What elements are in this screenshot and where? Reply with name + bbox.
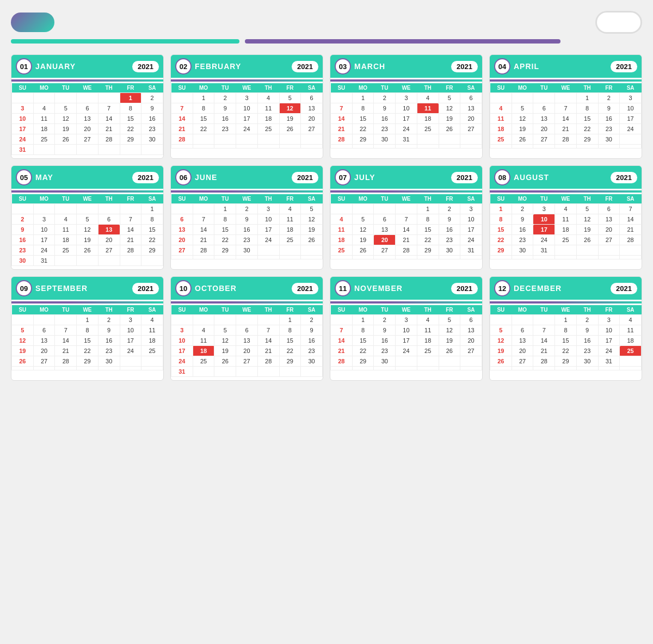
calendar-row: 12 (12, 93, 163, 103)
month-name: JANUARY (35, 62, 129, 71)
calendar-cell (598, 367, 620, 370)
calendar-cell: 25 (279, 235, 301, 245)
month-calendar-03: 03MARCH2021SUMOTUWETHFRSA123456789101112… (330, 54, 483, 159)
calendar-cell: 11 (417, 325, 439, 336)
calendar-cell: 7 (620, 204, 642, 214)
calendar-row (331, 145, 482, 148)
calendar-cell: 27 (598, 235, 620, 245)
calendar-cell (98, 204, 120, 214)
calendar-row: 24252627282930 (12, 134, 163, 145)
day-header: FR (279, 305, 301, 315)
calendar-cell: 10 (236, 103, 258, 114)
calendar-row: 45678910 (490, 103, 642, 114)
calendar-cell: 6 (236, 325, 258, 336)
calendar-row: 1234 (12, 315, 163, 325)
calendar-row: 567891011 (12, 325, 163, 336)
calendar-cell: 20 (171, 235, 193, 245)
calendar-cell: 13 (460, 103, 482, 114)
calendar-cell: 12 (439, 103, 460, 114)
calendar-cell: 30 (576, 356, 598, 367)
calendar-cell: 30 (374, 134, 396, 145)
day-header: FR (439, 83, 460, 93)
calendar-cell: 9 (512, 214, 533, 225)
calendar-cell (439, 356, 460, 367)
month-year: 2021 (611, 283, 637, 294)
day-header: FR (439, 305, 460, 315)
calendar-cell: 19 (352, 235, 374, 245)
day-header: WE (77, 194, 98, 204)
calendar-cell: 21 (331, 124, 353, 134)
calendar-cell: 25 (193, 356, 214, 367)
month-name: AUGUST (514, 173, 607, 182)
calendar-cell (598, 145, 620, 148)
day-header: TU (55, 194, 77, 204)
calendar-cell (279, 367, 301, 377)
calendar-cell: 23 (374, 124, 396, 134)
calendar-cell (576, 245, 598, 256)
calendar-cell (555, 245, 577, 256)
month-num: 01 (16, 58, 32, 75)
calendar-cell: 7 (120, 214, 141, 225)
calendar-cell: 9 (374, 103, 396, 114)
calendar-cell: 5 (439, 315, 460, 325)
calendar-row: 262728293031 (490, 356, 642, 367)
calendar-cell: 9 (301, 325, 323, 336)
calendar-cell: 23 (12, 245, 34, 256)
calendar-cell (120, 256, 141, 266)
day-header: SU (331, 305, 353, 315)
calendar-cell: 3 (620, 93, 642, 103)
calendar-cell: 30 (98, 356, 120, 367)
calendar-cell (417, 356, 439, 367)
calendar-cell (331, 315, 353, 325)
calendar-cell (214, 256, 236, 259)
month-calendar-12: 12DECEMBER2021SUMOTUWETHFRSA123456789101… (489, 276, 642, 381)
calendar-cell: 14 (533, 336, 555, 346)
calendar-cell: 9 (214, 103, 236, 114)
calendar-row: 28 (171, 134, 323, 145)
calendar-cell: 23 (576, 346, 598, 356)
day-header: WE (77, 83, 98, 93)
calendar-cell (396, 256, 417, 259)
day-header: SA (301, 194, 323, 204)
calendar-cell (533, 145, 555, 148)
month-year: 2021 (292, 283, 318, 294)
year-badge (595, 11, 642, 34)
title-banner (11, 13, 54, 32)
calendar-cell (141, 356, 163, 367)
calendar-row (490, 256, 642, 259)
calendar-row: 12 (171, 315, 323, 325)
calendar-cell: 17 (171, 346, 193, 356)
calendar-cell: 5 (352, 214, 374, 225)
calendar-cell: 5 (214, 325, 236, 336)
day-header: TU (533, 83, 555, 93)
calendar-cell: 3 (12, 103, 34, 114)
calendar-cell (98, 93, 120, 103)
calendar-row (490, 367, 642, 370)
calendar-cell: 5 (576, 204, 598, 214)
calendar-cell: 2 (236, 204, 258, 214)
month-year: 2021 (132, 283, 159, 294)
calendar-cell: 21 (533, 346, 555, 356)
calendar-cell (533, 367, 555, 370)
calendar-cell: 8 (141, 214, 163, 225)
calendar-cell (257, 245, 279, 256)
calendar-cell: 1 (214, 204, 236, 214)
month-calendar-11: 11NOVEMBER2021SUMOTUWETHFRSA123456789101… (330, 276, 483, 381)
calendar-cell: 28 (620, 235, 642, 245)
month-year: 2021 (611, 61, 637, 72)
calendar-cell: 27 (533, 134, 555, 145)
calendar-cell: 30 (439, 245, 460, 256)
day-header: MO (512, 305, 533, 315)
calendar-cell (12, 93, 34, 103)
day-header: SU (171, 194, 193, 204)
month-num: 05 (16, 169, 32, 185)
calendar-row: 6789101112 (171, 214, 323, 225)
day-header: TH (98, 305, 120, 315)
calendar-cell (12, 315, 34, 325)
calendar-cell: 19 (12, 346, 34, 356)
calendar-cell: 8 (120, 103, 141, 114)
calendar-row (331, 367, 482, 370)
day-header: TU (374, 194, 396, 204)
calendar-cell: 4 (555, 204, 577, 214)
calendar-cell: 25 (55, 245, 77, 256)
